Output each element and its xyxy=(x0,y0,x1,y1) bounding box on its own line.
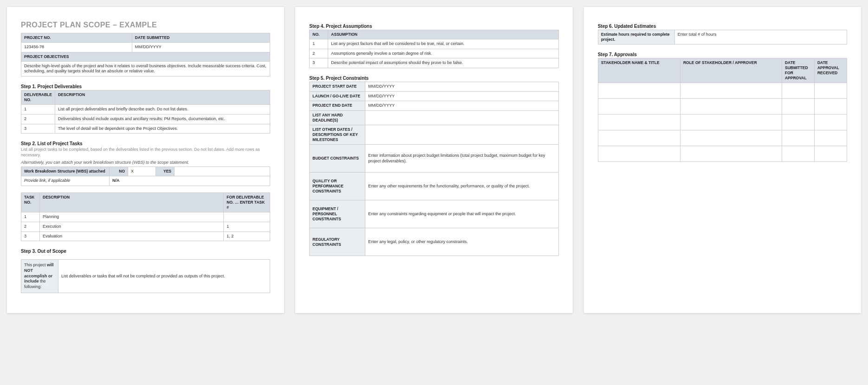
page-2: Step 4. Project Assumptions NO. ASSUMPTI… xyxy=(295,7,572,313)
date-submitted-value: MM/DD/YYYY xyxy=(132,43,270,52)
wbs-no-value: X xyxy=(128,167,156,176)
table-row: 3Evaluation1, 2 xyxy=(21,231,270,241)
step6-title: Step 6. Updated Estimates xyxy=(598,24,847,29)
page-3: Step 6. Updated Estimates Estimate hours… xyxy=(584,7,861,313)
table-row: LIST OTHER DATES / DESCRIPTIONS OF KEY M… xyxy=(310,125,558,145)
table-row: 1List all project deliverables and brief… xyxy=(21,105,270,115)
table-row: EQUIPMENT / PERSONNEL CONSTRAINTSEnter a… xyxy=(310,200,558,228)
step2-title: Step 2. List of Project Tasks xyxy=(21,141,270,146)
table-row: 3Describe potential impact of assumption… xyxy=(310,58,558,68)
table-row: LAUNCH / GO-LIVE DATEMM/DD/YYYY xyxy=(310,91,558,101)
step3-title: Step 3. Out of Scope xyxy=(21,249,270,254)
table-row xyxy=(598,130,847,146)
project-header-table: PROJECT NO. DATE SUBMITTED 123456-78 MM/… xyxy=(21,33,270,77)
table-row: LIST ANY HARD DEADLINE(S) xyxy=(310,111,558,125)
deliverables-table: DELIVERABLE NO. DESCRIPTION 1List all pr… xyxy=(21,90,270,134)
constraints-table: PROJECT START DATEMM/DD/YYYY LAUNCH / GO… xyxy=(309,82,558,256)
table-row: 3The level of detail will be dependent u… xyxy=(21,124,270,134)
date-submitted-label: DATE SUBMITTED xyxy=(132,33,270,43)
step2-subtext-italic: Alternatively, you can attach your work … xyxy=(21,160,270,165)
table-row: REGULATORY CONSTRAINTSEnter any legal, p… xyxy=(310,228,558,256)
out-of-scope-left: This project will NOT accomplish or incl… xyxy=(21,260,58,293)
approval-name-header: STAKEHOLDER NAME & TITLE xyxy=(598,58,680,83)
table-row: 2Deliverables should include outputs and… xyxy=(21,114,270,124)
table-row: PROJECT END DATEMM/DD/YYYY xyxy=(310,101,558,111)
out-of-scope-table: This project will NOT accomplish or incl… xyxy=(21,259,270,293)
wbs-link-label: Provide link, if applicable xyxy=(21,176,110,186)
table-row: 1Planning xyxy=(21,212,270,222)
task-for-header: FOR DELIVERABLE NO. … ENTER TASK # xyxy=(224,193,270,212)
page-1: PROJECT PLAN SCOPE – EXAMPLE PROJECT NO.… xyxy=(7,7,284,313)
out-of-scope-value: List deliverables or tasks that will not… xyxy=(58,260,270,293)
document-pages: PROJECT PLAN SCOPE – EXAMPLE PROJECT NO.… xyxy=(7,7,861,313)
table-row: 1List any project factors that will be c… xyxy=(310,39,558,49)
deliverable-desc-header: DESCRIPTION xyxy=(55,90,270,105)
assumptions-table: NO. ASSUMPTION 1List any project factors… xyxy=(309,30,558,68)
estimates-table: Estimate hours required to complete proj… xyxy=(598,30,847,45)
estimate-label: Estimate hours required to complete proj… xyxy=(598,30,674,45)
step5-title: Step 5. Project Constraints xyxy=(309,76,558,81)
step4-title: Step 4. Project Assumptions xyxy=(309,24,558,29)
table-row xyxy=(598,115,847,130)
table-row xyxy=(598,146,847,162)
table-row: 2Execution1 xyxy=(21,222,270,231)
task-desc-header: DESCRIPTION xyxy=(40,193,224,212)
objectives-value: Describe high-level goals of the project… xyxy=(21,61,270,76)
step2-subtext: List all project tasks to be completed, … xyxy=(21,147,270,158)
table-row: PROJECT START DATEMM/DD/YYYY xyxy=(310,82,558,92)
assumption-header: ASSUMPTION xyxy=(328,30,558,39)
table-row xyxy=(598,83,847,99)
wbs-yes-value xyxy=(175,167,270,176)
approvals-table: STAKEHOLDER NAME & TITLE ROLE OF STAKEHO… xyxy=(598,58,847,162)
table-row: BUDGET CONSTRAINTSEnter information abou… xyxy=(310,145,558,173)
estimate-value: Enter total # of hours xyxy=(674,30,847,45)
approval-submitted-header: DATE SUBMITTED FOR APPROVAL xyxy=(782,58,814,83)
assumption-no-header: NO. xyxy=(310,30,328,39)
step1-title: Step 1. Project Deliverables xyxy=(21,84,270,89)
wbs-yes-label: YES xyxy=(156,167,175,176)
table-row xyxy=(598,99,847,115)
proj-no-value: 123456-78 xyxy=(21,43,132,52)
wbs-link-value: N/A xyxy=(110,176,270,186)
step7-title: Step 7. Approvals xyxy=(598,52,847,57)
proj-no-label: PROJECT NO. xyxy=(21,33,132,43)
table-row: 2Assumptions generally involve a certain… xyxy=(310,49,558,58)
approval-received-header: DATE APPROVAL RECEIVED xyxy=(814,58,847,83)
task-no-header: TASK NO. xyxy=(21,193,40,212)
objectives-label: PROJECT OBJECTIVES xyxy=(21,52,270,61)
approval-role-header: ROLE OF STAKEHOLDER / APPROVER xyxy=(680,58,782,83)
wbs-no-label: NO xyxy=(110,167,128,176)
wbs-attached-label: Work Breakdown Structure (WBS) attached xyxy=(21,167,110,176)
table-row: QUALITY OR PERFORMANCE CONSTRAINTSEnter … xyxy=(310,173,558,200)
document-title: PROJECT PLAN SCOPE – EXAMPLE xyxy=(21,21,270,29)
deliverable-no-header: DELIVERABLE NO. xyxy=(21,90,55,105)
wbs-table: Work Breakdown Structure (WBS) attached … xyxy=(21,167,270,186)
tasks-table: TASK NO. DESCRIPTION FOR DELIVERABLE NO.… xyxy=(21,192,270,241)
